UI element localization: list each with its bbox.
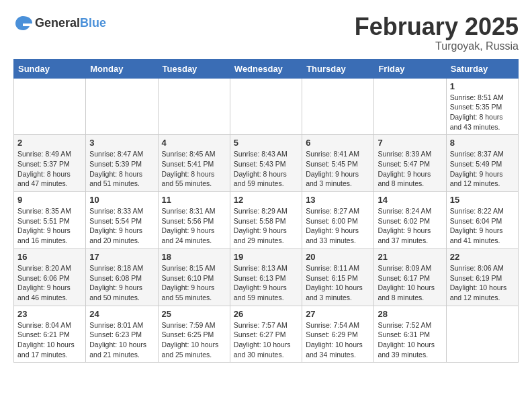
calendar-day-cell: 26Sunrise: 7:57 AMSunset: 6:27 PMDayligh…	[230, 306, 302, 363]
calendar-day-cell: 23Sunrise: 8:04 AMSunset: 6:21 PMDayligh…	[14, 306, 86, 363]
calendar-day-cell: 21Sunrise: 8:09 AMSunset: 6:17 PMDayligh…	[374, 248, 446, 306]
day-of-week-header: Wednesday	[230, 59, 302, 78]
day-info: Sunrise: 8:47 AMSunset: 5:39 PMDaylight:…	[89, 149, 154, 189]
calendar-day-cell: 2Sunrise: 8:49 AMSunset: 5:37 PMDaylight…	[14, 135, 86, 192]
calendar-day-cell: 14Sunrise: 8:24 AMSunset: 6:02 PMDayligh…	[374, 192, 446, 249]
day-number: 24	[89, 309, 154, 319]
day-info: Sunrise: 8:22 AMSunset: 6:04 PMDaylight:…	[450, 206, 515, 246]
calendar-day-cell	[374, 78, 446, 135]
day-info: Sunrise: 8:13 AMSunset: 6:13 PMDaylight:…	[234, 263, 298, 303]
calendar-day-cell: 24Sunrise: 8:01 AMSunset: 6:23 PMDayligh…	[86, 306, 158, 363]
calendar-week-row: 2Sunrise: 8:49 AMSunset: 5:37 PMDaylight…	[14, 135, 519, 192]
calendar-day-cell: 25Sunrise: 7:59 AMSunset: 6:25 PMDayligh…	[158, 306, 230, 363]
day-info: Sunrise: 8:41 AMSunset: 5:45 PMDaylight:…	[306, 149, 370, 189]
day-info: Sunrise: 8:29 AMSunset: 5:58 PMDaylight:…	[234, 206, 298, 246]
day-number: 9	[17, 195, 82, 205]
day-info: Sunrise: 8:15 AMSunset: 6:10 PMDaylight:…	[162, 263, 226, 303]
day-info: Sunrise: 8:27 AMSunset: 6:00 PMDaylight:…	[306, 206, 370, 246]
day-number: 3	[89, 138, 154, 148]
calendar-header-row: SundayMondayTuesdayWednesdayThursdayFrid…	[14, 59, 519, 78]
day-of-week-header: Saturday	[446, 59, 518, 78]
calendar-day-cell	[14, 78, 86, 135]
calendar-day-cell	[230, 78, 302, 135]
day-info: Sunrise: 8:20 AMSunset: 6:06 PMDaylight:…	[17, 263, 82, 303]
day-number: 2	[17, 138, 82, 148]
day-number: 16	[17, 252, 82, 262]
day-info: Sunrise: 8:35 AMSunset: 5:51 PMDaylight:…	[17, 206, 82, 246]
day-of-week-header: Sunday	[14, 59, 86, 78]
day-number: 10	[89, 195, 154, 205]
logo-general-text: GeneralBlue	[35, 16, 106, 30]
day-info: Sunrise: 8:24 AMSunset: 6:02 PMDaylight:…	[378, 206, 442, 246]
day-info: Sunrise: 8:43 AMSunset: 5:43 PMDaylight:…	[234, 149, 298, 189]
calendar-day-cell: 18Sunrise: 8:15 AMSunset: 6:10 PMDayligh…	[158, 248, 230, 306]
day-info: Sunrise: 8:18 AMSunset: 6:08 PMDaylight:…	[89, 263, 154, 303]
month-year-title: February 2025	[355, 13, 519, 40]
day-number: 21	[378, 252, 442, 262]
day-info: Sunrise: 8:51 AMSunset: 5:35 PMDaylight:…	[450, 93, 515, 132]
calendar-day-cell: 4Sunrise: 8:45 AMSunset: 5:41 PMDaylight…	[158, 135, 230, 192]
day-number: 11	[162, 195, 226, 205]
calendar-day-cell	[86, 78, 158, 135]
day-info: Sunrise: 8:11 AMSunset: 6:15 PMDaylight:…	[306, 263, 370, 303]
logo: GeneralBlue	[13, 13, 106, 32]
day-number: 23	[17, 309, 82, 319]
day-number: 8	[450, 138, 515, 148]
day-info: Sunrise: 7:57 AMSunset: 6:27 PMDaylight:…	[234, 320, 298, 360]
day-info: Sunrise: 8:39 AMSunset: 5:47 PMDaylight:…	[378, 149, 442, 189]
calendar-week-row: 9Sunrise: 8:35 AMSunset: 5:51 PMDaylight…	[14, 192, 519, 249]
calendar-day-cell: 17Sunrise: 8:18 AMSunset: 6:08 PMDayligh…	[86, 248, 158, 306]
day-number: 1	[450, 81, 515, 91]
day-number: 27	[306, 309, 370, 319]
calendar-day-cell: 12Sunrise: 8:29 AMSunset: 5:58 PMDayligh…	[230, 192, 302, 249]
day-number: 18	[162, 252, 226, 262]
calendar-week-row: 1Sunrise: 8:51 AMSunset: 5:35 PMDaylight…	[14, 78, 519, 135]
calendar-day-cell: 10Sunrise: 8:33 AMSunset: 5:54 PMDayligh…	[86, 192, 158, 249]
day-info: Sunrise: 8:49 AMSunset: 5:37 PMDaylight:…	[17, 149, 82, 189]
day-info: Sunrise: 8:31 AMSunset: 5:56 PMDaylight:…	[162, 206, 226, 246]
page-header: GeneralBlue February 2025 Turgoyak, Russ…	[13, 13, 519, 52]
day-number: 15	[450, 195, 515, 205]
day-info: Sunrise: 8:37 AMSunset: 5:49 PMDaylight:…	[450, 149, 515, 189]
calendar-day-cell: 9Sunrise: 8:35 AMSunset: 5:51 PMDaylight…	[14, 192, 86, 249]
calendar-day-cell	[302, 78, 374, 135]
day-number: 20	[306, 252, 370, 262]
calendar-day-cell: 20Sunrise: 8:11 AMSunset: 6:15 PMDayligh…	[302, 248, 374, 306]
calendar-day-cell: 6Sunrise: 8:41 AMSunset: 5:45 PMDaylight…	[302, 135, 374, 192]
day-number: 5	[234, 138, 298, 148]
calendar-day-cell: 11Sunrise: 8:31 AMSunset: 5:56 PMDayligh…	[158, 192, 230, 249]
day-number: 6	[306, 138, 370, 148]
calendar-day-cell: 15Sunrise: 8:22 AMSunset: 6:04 PMDayligh…	[446, 192, 518, 249]
day-number: 4	[162, 138, 226, 148]
calendar-day-cell: 16Sunrise: 8:20 AMSunset: 6:06 PMDayligh…	[14, 248, 86, 306]
day-info: Sunrise: 8:01 AMSunset: 6:23 PMDaylight:…	[89, 320, 154, 360]
day-info: Sunrise: 8:33 AMSunset: 5:54 PMDaylight:…	[89, 206, 154, 246]
day-info: Sunrise: 8:45 AMSunset: 5:41 PMDaylight:…	[162, 149, 226, 189]
calendar-day-cell: 3Sunrise: 8:47 AMSunset: 5:39 PMDaylight…	[86, 135, 158, 192]
day-number: 22	[450, 252, 515, 262]
location-subtitle: Turgoyak, Russia	[355, 40, 519, 52]
day-number: 26	[234, 309, 298, 319]
day-of-week-header: Tuesday	[158, 59, 230, 78]
day-info: Sunrise: 7:54 AMSunset: 6:29 PMDaylight:…	[306, 320, 370, 360]
day-info: Sunrise: 7:59 AMSunset: 6:25 PMDaylight:…	[162, 320, 226, 360]
day-number: 13	[306, 195, 370, 205]
calendar-day-cell: 8Sunrise: 8:37 AMSunset: 5:49 PMDaylight…	[446, 135, 518, 192]
calendar-table: SundayMondayTuesdayWednesdayThursdayFrid…	[13, 59, 519, 363]
day-of-week-header: Monday	[86, 59, 158, 78]
calendar-day-cell	[446, 306, 518, 363]
day-number: 25	[162, 309, 226, 319]
calendar-week-row: 23Sunrise: 8:04 AMSunset: 6:21 PMDayligh…	[14, 306, 519, 363]
calendar-day-cell	[158, 78, 230, 135]
day-number: 19	[234, 252, 298, 262]
calendar-day-cell: 22Sunrise: 8:06 AMSunset: 6:19 PMDayligh…	[446, 248, 518, 306]
day-of-week-header: Friday	[374, 59, 446, 78]
day-number: 28	[378, 309, 442, 319]
calendar-day-cell: 19Sunrise: 8:13 AMSunset: 6:13 PMDayligh…	[230, 248, 302, 306]
day-number: 12	[234, 195, 298, 205]
day-info: Sunrise: 7:52 AMSunset: 6:31 PMDaylight:…	[378, 320, 442, 360]
day-info: Sunrise: 8:09 AMSunset: 6:17 PMDaylight:…	[378, 263, 442, 303]
calendar-day-cell: 13Sunrise: 8:27 AMSunset: 6:00 PMDayligh…	[302, 192, 374, 249]
logo-icon	[13, 13, 32, 32]
calendar-day-cell: 5Sunrise: 8:43 AMSunset: 5:43 PMDaylight…	[230, 135, 302, 192]
